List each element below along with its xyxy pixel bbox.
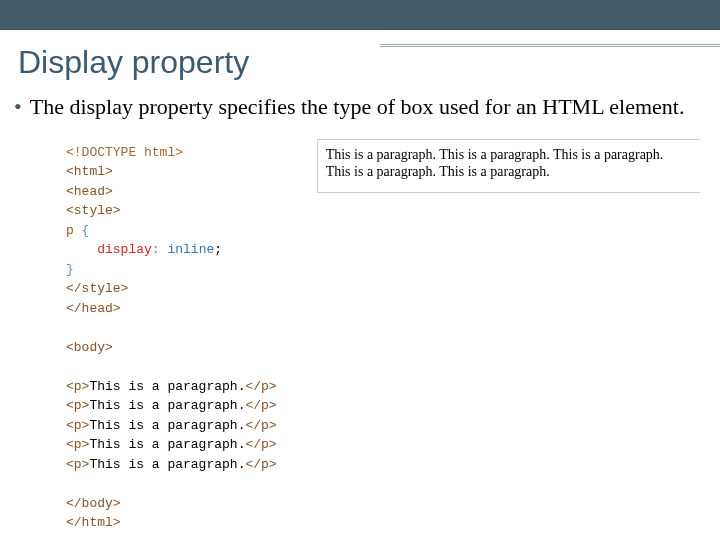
code-p-open-3: <p>: [66, 418, 89, 433]
content-row: <!DOCTYPE html> <html> <head> <style> p …: [0, 121, 720, 533]
code-p-text-1: This is a paragraph.: [89, 379, 245, 394]
code-style-open: <style>: [66, 203, 121, 218]
output-text: This is a paragraph. This is a paragraph…: [326, 147, 664, 180]
bullet-item: • The display property specifies the typ…: [12, 93, 690, 121]
code-p-text-5: This is a paragraph.: [89, 457, 245, 472]
code-p-text-4: This is a paragraph.: [89, 437, 245, 452]
code-body-open: <body>: [66, 340, 113, 355]
code-brace-close: }: [66, 262, 74, 277]
code-head-open: <head>: [66, 184, 113, 199]
code-html-close: </html>: [66, 515, 121, 530]
code-p-open-1: <p>: [66, 379, 89, 394]
code-p-close-5: </p>: [245, 457, 276, 472]
code-indent: [66, 242, 97, 257]
code-semi: ;: [214, 242, 222, 257]
code-colon: :: [152, 242, 168, 257]
topbar: [0, 0, 720, 30]
code-selector: p: [66, 223, 74, 238]
code-p-close-4: </p>: [245, 437, 276, 452]
code-p-text-2: This is a paragraph.: [89, 398, 245, 413]
code-html-open: <html>: [66, 164, 113, 179]
bullet-block: • The display property specifies the typ…: [0, 87, 720, 121]
code-doctype: <!DOCTYPE html>: [66, 145, 183, 160]
code-brace-open: {: [74, 223, 90, 238]
code-body-close: </body>: [66, 496, 121, 511]
code-p-open-4: <p>: [66, 437, 89, 452]
code-p-close-3: </p>: [245, 418, 276, 433]
bullet-text: The display property specifies the type …: [30, 93, 690, 121]
code-p-open-2: <p>: [66, 398, 89, 413]
bullet-icon: •: [12, 93, 22, 121]
code-p-close-1: </p>: [245, 379, 276, 394]
code-p-open-5: <p>: [66, 457, 89, 472]
code-p-close-2: </p>: [245, 398, 276, 413]
code-p-text-3: This is a paragraph.: [89, 418, 245, 433]
code-head-close: </head>: [66, 301, 121, 316]
code-style-close: </style>: [66, 281, 128, 296]
divider-line: [380, 44, 720, 47]
code-block: <!DOCTYPE html> <html> <head> <style> p …: [66, 143, 277, 533]
code-val: inline: [167, 242, 214, 257]
output-panel: This is a paragraph. This is a paragraph…: [317, 139, 700, 193]
slide-title: Display property: [0, 30, 720, 87]
code-prop: display: [97, 242, 152, 257]
